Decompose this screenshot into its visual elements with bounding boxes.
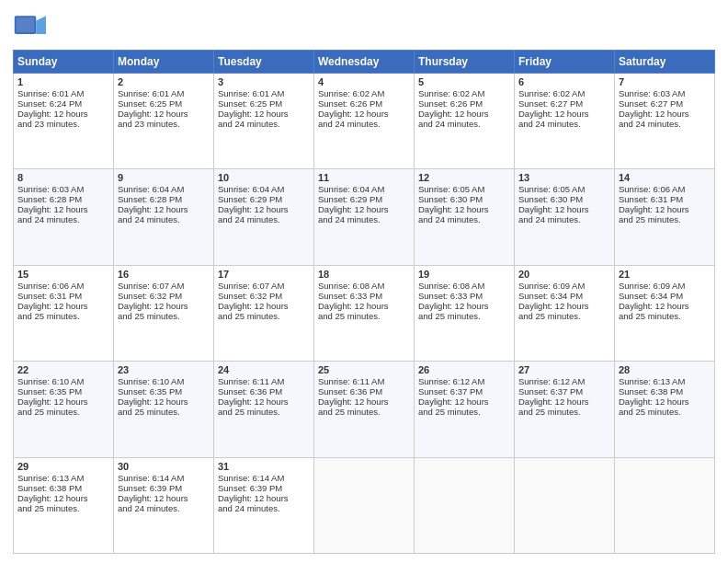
day-info-line: and 23 minutes. [17, 119, 109, 129]
day-info-line: and 25 minutes. [619, 407, 711, 417]
day-info-line: and 25 minutes. [118, 407, 210, 417]
day-info-line: and 24 minutes. [518, 119, 610, 129]
calendar-day-cell: 26Sunrise: 6:12 AMSunset: 6:37 PMDayligh… [415, 362, 515, 457]
day-info-line: Sunset: 6:38 PM [17, 483, 109, 493]
calendar-week-row: 22Sunrise: 6:10 AMSunset: 6:35 PMDayligh… [14, 362, 715, 457]
day-info-line: Daylight: 12 hours [118, 204, 210, 214]
header [13, 9, 715, 42]
calendar-day-cell: 3Sunrise: 6:01 AMSunset: 6:25 PMDaylight… [214, 74, 314, 169]
day-info-line: Daylight: 12 hours [418, 301, 510, 311]
calendar-day-cell: 31Sunrise: 6:14 AMSunset: 6:39 PMDayligh… [214, 457, 314, 553]
calendar-week-row: 8Sunrise: 6:03 AMSunset: 6:28 PMDaylight… [14, 169, 715, 265]
day-info-line: Sunrise: 6:14 AM [118, 473, 210, 483]
day-number: 30 [118, 461, 210, 472]
day-info-line: and 25 minutes. [418, 311, 510, 321]
day-info-line: Daylight: 12 hours [218, 396, 310, 407]
calendar-day-cell: 18Sunrise: 6:08 AMSunset: 6:33 PMDayligh… [314, 265, 415, 361]
day-info-line: Sunset: 6:30 PM [418, 194, 510, 204]
day-info-line: Daylight: 12 hours [118, 301, 210, 311]
calendar-header-cell: Wednesday [314, 51, 415, 74]
day-info-line: and 24 minutes. [318, 214, 410, 224]
calendar-header-cell: Saturday [615, 51, 715, 74]
day-info-line: Daylight: 12 hours [318, 204, 410, 214]
day-info-line: Sunset: 6:31 PM [17, 291, 109, 301]
logo [13, 9, 50, 42]
day-info-line: Sunset: 6:24 PM [17, 98, 109, 109]
calendar-day-cell: 23Sunrise: 6:10 AMSunset: 6:35 PMDayligh… [114, 362, 214, 457]
day-info-line: Sunset: 6:30 PM [518, 194, 610, 204]
day-info-line: Sunrise: 6:05 AM [518, 184, 610, 194]
day-info-line: Sunrise: 6:02 AM [518, 88, 610, 98]
day-info-line: and 25 minutes. [418, 407, 510, 417]
day-info-line: Daylight: 12 hours [518, 204, 610, 214]
day-info-line: Daylight: 12 hours [17, 301, 109, 311]
day-info-line: and 25 minutes. [518, 311, 610, 321]
day-info-line: Sunrise: 6:02 AM [418, 88, 510, 98]
calendar-day-cell [615, 457, 715, 553]
day-info-line: and 24 minutes. [418, 119, 510, 129]
calendar-day-cell: 8Sunrise: 6:03 AMSunset: 6:28 PMDaylight… [14, 169, 114, 265]
day-info-line: Sunrise: 6:06 AM [619, 184, 711, 194]
day-number: 31 [218, 461, 310, 472]
day-info-line: Daylight: 12 hours [518, 109, 610, 119]
day-info-line: and 24 minutes. [118, 503, 210, 513]
day-number: 2 [118, 76, 210, 87]
day-info-line: Sunrise: 6:05 AM [418, 184, 510, 194]
calendar-header-cell: Thursday [415, 51, 515, 74]
calendar-header-cell: Monday [114, 51, 214, 74]
day-info-line: Sunset: 6:25 PM [118, 98, 210, 109]
day-info-line: Sunset: 6:35 PM [17, 386, 109, 396]
day-info-line: Daylight: 12 hours [518, 396, 610, 407]
day-info-line: Sunset: 6:32 PM [118, 291, 210, 301]
calendar-day-cell: 15Sunrise: 6:06 AMSunset: 6:31 PMDayligh… [14, 265, 114, 361]
day-number: 28 [619, 364, 711, 375]
day-number: 6 [518, 76, 610, 87]
day-number: 29 [17, 461, 109, 472]
day-info-line: Sunset: 6:36 PM [318, 386, 410, 396]
day-info-line: and 24 minutes. [619, 119, 711, 129]
svg-rect-2 [17, 17, 35, 32]
day-number: 25 [318, 364, 410, 375]
day-info-line: Sunset: 6:38 PM [619, 386, 711, 396]
calendar-day-cell: 20Sunrise: 6:09 AMSunset: 6:34 PMDayligh… [515, 265, 615, 361]
calendar-week-row: 15Sunrise: 6:06 AMSunset: 6:31 PMDayligh… [14, 265, 715, 361]
day-info-line: Daylight: 12 hours [17, 204, 109, 214]
day-info-line: Sunrise: 6:12 AM [518, 376, 610, 386]
day-info-line: Daylight: 12 hours [318, 301, 410, 311]
day-number: 1 [17, 76, 109, 87]
day-info-line: Sunrise: 6:09 AM [518, 281, 610, 291]
day-info-line: and 25 minutes. [17, 503, 109, 513]
day-info-line: Sunset: 6:39 PM [218, 483, 310, 493]
calendar-header-row: SundayMondayTuesdayWednesdayThursdayFrid… [14, 51, 715, 74]
day-info-line: Sunset: 6:27 PM [518, 98, 610, 109]
day-info-line: and 25 minutes. [318, 311, 410, 321]
calendar-header-cell: Friday [515, 51, 615, 74]
day-info-line: Daylight: 12 hours [218, 109, 310, 119]
day-info-line: Daylight: 12 hours [619, 109, 711, 119]
day-info-line: Daylight: 12 hours [619, 204, 711, 214]
calendar-day-cell [415, 457, 515, 553]
day-info-line: Sunset: 6:35 PM [118, 386, 210, 396]
day-info-line: Daylight: 12 hours [218, 204, 310, 214]
day-number: 27 [518, 364, 610, 375]
day-info-line: and 25 minutes. [17, 311, 109, 321]
day-info-line: Sunrise: 6:01 AM [218, 88, 310, 98]
day-info-line: Daylight: 12 hours [418, 109, 510, 119]
day-info-line: and 24 minutes. [318, 119, 410, 129]
day-info-line: Sunrise: 6:10 AM [118, 376, 210, 386]
day-info-line: Sunrise: 6:07 AM [118, 281, 210, 291]
calendar-day-cell: 11Sunrise: 6:04 AMSunset: 6:29 PMDayligh… [314, 169, 415, 265]
calendar-day-cell: 4Sunrise: 6:02 AMSunset: 6:26 PMDaylight… [314, 74, 415, 169]
day-info-line: Daylight: 12 hours [418, 204, 510, 214]
calendar-body: 1Sunrise: 6:01 AMSunset: 6:24 PMDaylight… [14, 74, 715, 554]
logo-icon [13, 9, 46, 42]
calendar-day-cell: 29Sunrise: 6:13 AMSunset: 6:38 PMDayligh… [14, 457, 114, 553]
day-info-line: Sunset: 6:28 PM [17, 194, 109, 204]
calendar-day-cell: 28Sunrise: 6:13 AMSunset: 6:38 PMDayligh… [615, 362, 715, 457]
day-number: 12 [418, 172, 510, 183]
calendar-week-row: 1Sunrise: 6:01 AMSunset: 6:24 PMDaylight… [14, 74, 715, 169]
day-info-line: and 25 minutes. [118, 311, 210, 321]
day-info-line: Daylight: 12 hours [518, 301, 610, 311]
day-info-line: Sunset: 6:37 PM [418, 386, 510, 396]
day-number: 10 [218, 172, 310, 183]
